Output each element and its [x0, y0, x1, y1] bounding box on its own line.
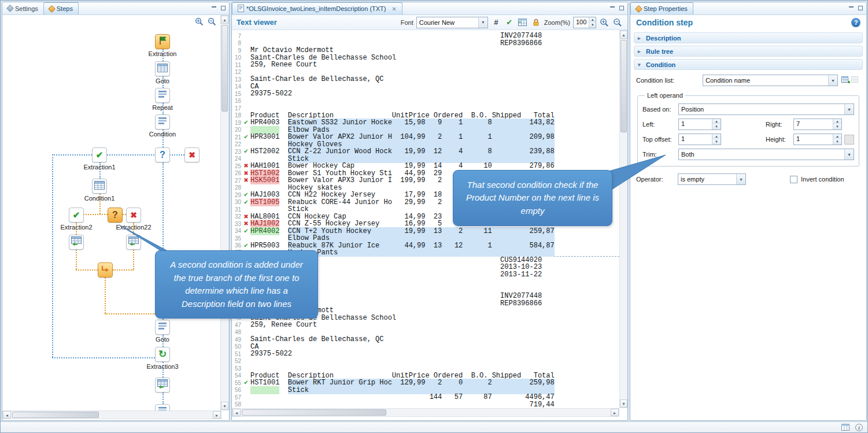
- based-on-combo[interactable]: Position▾: [678, 103, 854, 115]
- scroll-down-icon[interactable]: ▾: [221, 402, 228, 410]
- text-line-55[interactable]: 55✔HST1001 Bower RKT Junior Grip Hoc 129…: [233, 379, 619, 387]
- maximize-icon[interactable]: [858, 5, 863, 11]
- trim-combo[interactable]: Both▾: [678, 149, 854, 160]
- scroll-right-icon[interactable]: ▸: [213, 411, 221, 419]
- spin-up-icon[interactable]: ▲: [712, 134, 721, 139]
- tab-step-properties[interactable]: Step Properties: [630, 2, 693, 14]
- hash-icon[interactable]: #: [491, 17, 501, 28]
- workflow-step-extraction3[interactable]: ↻: [155, 347, 170, 362]
- check-icon[interactable]: ✔: [504, 17, 515, 28]
- info-icon[interactable]: i: [855, 424, 863, 431]
- workflow-step-extraction-table-icon[interactable]: [126, 235, 141, 250]
- zoom-spinner[interactable]: 100 ▲▼: [573, 17, 596, 28]
- text-line-49[interactable]: 49Saint-Charles de Bellechasse, QC: [233, 336, 619, 343]
- workflow-step-extraction22[interactable]: ✖: [126, 208, 141, 223]
- spin-down-icon[interactable]: ▼: [712, 139, 721, 145]
- scroll-up-icon[interactable]: ▴: [620, 31, 627, 39]
- workflow-step-condition-question-selected-icon[interactable]: ?: [108, 208, 123, 223]
- add-condition-icon[interactable]: [841, 76, 851, 86]
- zoom-out-icon[interactable]: [612, 17, 623, 28]
- scroll-right-icon[interactable]: ▸: [611, 409, 619, 416]
- invert-condition-checkbox[interactable]: [790, 176, 797, 183]
- scroll-up-icon[interactable]: ▴: [221, 16, 228, 24]
- workflow-step-extraction-table-icon[interactable]: [69, 235, 84, 250]
- spin-down-icon[interactable]: ▼: [833, 124, 841, 129]
- workflow-step-condition[interactable]: [155, 114, 170, 129]
- workflow-step-goto-icon[interactable]: [98, 262, 113, 277]
- minimize-icon[interactable]: [848, 5, 854, 11]
- tab-steps[interactable]: Steps: [43, 2, 79, 14]
- workflow-step-repeat[interactable]: [155, 88, 170, 103]
- top-offset-spinner[interactable]: 1▲▼: [678, 134, 721, 145]
- workflow-step-extraction2[interactable]: ✔: [69, 208, 84, 223]
- font-combo[interactable]: Courier New▾: [416, 17, 488, 28]
- text-line-47[interactable]: 47259, Renee Court: [233, 321, 619, 329]
- scrollbar-thumb[interactable]: [221, 25, 228, 112]
- text-line-51[interactable]: 5129375-5022: [233, 350, 619, 358]
- operator-combo[interactable]: is empty▾: [678, 173, 746, 185]
- text-line-23[interactable]: 23✔HST2002 CCN Z-22 Junior Wood Hock 19,…: [233, 148, 619, 156]
- zoom-in-icon[interactable]: [195, 17, 204, 28]
- scrollbar-thumb[interactable]: [242, 409, 386, 416]
- section-condition[interactable]: ▾ Condition: [634, 59, 863, 70]
- editor-tab[interactable]: *OLSGInvoice_twoLines_inItemDescription …: [232, 2, 402, 14]
- workflow-connector: [52, 154, 193, 156]
- text-line-11[interactable]: 11259, Renee Court: [233, 61, 619, 69]
- text-line-9[interactable]: 9Mr Octavio Mcdermott: [233, 47, 619, 54]
- fields-table-icon[interactable]: [518, 17, 528, 28]
- lock-icon[interactable]: [531, 17, 541, 28]
- text-line-17[interactable]: 17: [233, 105, 619, 112]
- line-text: [250, 365, 555, 372]
- maximize-icon[interactable]: [619, 5, 625, 11]
- left-horizontal-scrollbar[interactable]: ◂ ▸: [2, 410, 221, 419]
- close-icon[interactable]: ✕: [391, 6, 396, 12]
- left-vertical-scrollbar[interactable]: ▴ ▾: [220, 15, 229, 410]
- text-line-19[interactable]: 19✔HPR4003 Eastown SS32 Junior Hocke 15,…: [233, 119, 619, 127]
- scrollbar-thumb[interactable]: [620, 40, 627, 132]
- minimize-icon[interactable]: [211, 5, 217, 11]
- text-line-57[interactable]: 57 144 57 87 4496,47: [233, 394, 619, 401]
- text-line-13[interactable]: 13Saint-Charles de Bellechasse, QC: [233, 76, 619, 83]
- left-spinner[interactable]: 1▲▼: [678, 119, 721, 130]
- workflow-step-goto[interactable]: [155, 61, 170, 76]
- workflow-step-condition-false-icon[interactable]: ✖: [184, 147, 200, 162]
- minimize-icon[interactable]: [610, 5, 615, 11]
- spin-down-icon[interactable]: ▼: [712, 124, 721, 129]
- section-description[interactable]: ▸ Description: [634, 32, 863, 43]
- workflow-step-goto[interactable]: [155, 320, 170, 335]
- scroll-left-icon[interactable]: ◂: [3, 411, 11, 419]
- workflow-step-lines-icon[interactable]: [155, 404, 170, 410]
- height-spinner[interactable]: 1▲▼: [793, 134, 842, 145]
- right-spinner[interactable]: 7▲▼: [793, 119, 842, 130]
- workflow-step-extraction[interactable]: [155, 34, 170, 49]
- workflow-step-extraction1[interactable]: ✔: [92, 147, 107, 162]
- text-line-15[interactable]: 1529375-5022: [233, 90, 619, 98]
- zoom-in-icon[interactable]: [599, 17, 610, 28]
- window-table-icon[interactable]: [841, 423, 849, 433]
- text-line-53[interactable]: 53: [233, 365, 619, 372]
- scrollbar-thumb[interactable]: [12, 412, 99, 418]
- maximize-icon[interactable]: [220, 5, 226, 11]
- spin-up-icon[interactable]: ▲: [833, 134, 841, 139]
- text-line-58[interactable]: 58 719,44: [233, 401, 619, 409]
- section-rule-tree[interactable]: ▸ Rule tree: [634, 46, 863, 57]
- text-line-35[interactable]: 35 Elbow Pads: [233, 235, 619, 242]
- spin-up-icon[interactable]: ▲: [589, 17, 596, 23]
- help-icon[interactable]: ?: [851, 18, 860, 27]
- condition-list-combo[interactable]: Condition name▾: [703, 75, 838, 86]
- text-line-21[interactable]: 21✔HPR3001 Bower Valor APX2 Junior H 104…: [233, 134, 619, 141]
- spin-up-icon[interactable]: ▲: [833, 119, 841, 124]
- workflow-step-condition1[interactable]: [92, 179, 107, 194]
- zoom-out-icon[interactable]: [208, 17, 216, 28]
- center-vertical-scrollbar[interactable]: ▴ ▾: [619, 30, 628, 408]
- scroll-down-icon[interactable]: ▾: [620, 399, 627, 408]
- workflow-step-extraction-table-icon[interactable]: [155, 378, 170, 393]
- center-horizontal-scrollbar[interactable]: ◂ ▸: [232, 408, 619, 417]
- spin-down-icon[interactable]: ▼: [589, 23, 596, 28]
- spin-down-icon[interactable]: ▼: [833, 139, 841, 145]
- tab-settings[interactable]: Settings: [2, 2, 43, 14]
- text-line-7[interactable]: 7 INV2077448: [233, 32, 619, 40]
- scroll-left-icon[interactable]: ◂: [232, 409, 241, 416]
- workflow-step-condition-question-icon[interactable]: ?: [155, 147, 170, 162]
- spin-up-icon[interactable]: ▲: [712, 119, 721, 124]
